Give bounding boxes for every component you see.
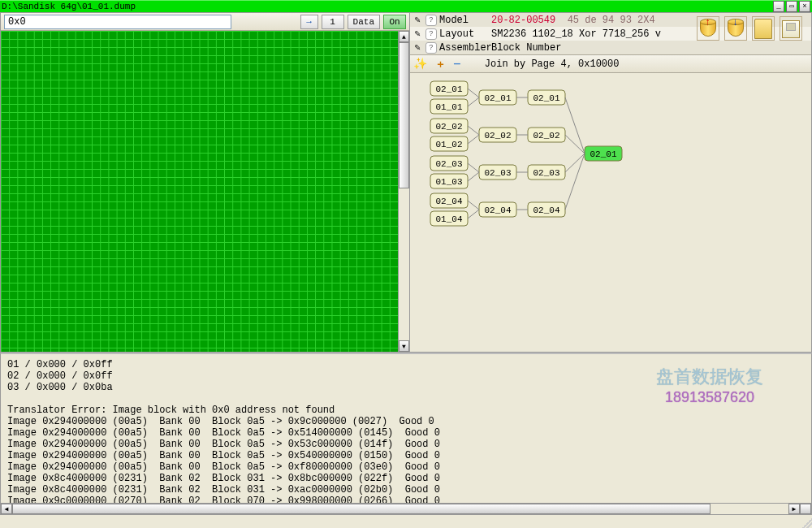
window-resize-handle[interactable] — [802, 518, 812, 528]
data-mode-button[interactable]: Data — [348, 15, 380, 29]
svg-text:02_01: 02_01 — [590, 149, 616, 159]
scroll-down-icon[interactable]: ▼ — [399, 340, 409, 352]
resize-grip[interactable] — [800, 504, 811, 514]
right-panel: ✎ ? Model 20-82-00549 45 de 94 93 2X4 ✎ … — [410, 13, 811, 352]
model-label: Model — [439, 15, 491, 26]
help-icon[interactable]: ? — [425, 42, 437, 54]
svg-text:02_01: 02_01 — [484, 93, 511, 103]
action-icons: ↑ ↓ — [697, 16, 802, 41]
task-label: Join by Page 4, 0x10000 — [485, 58, 620, 70]
h-scroll-thumb[interactable] — [12, 504, 710, 514]
edit-icon[interactable]: ✎ — [412, 15, 423, 26]
log-scrollbar[interactable]: ◀ ▶ — [1, 503, 811, 514]
svg-line-8 — [468, 89, 479, 97]
svg-text:02_03: 02_03 — [484, 168, 511, 178]
edit-icon[interactable]: ✎ — [412, 42, 423, 54]
svg-text:01_03: 01_03 — [435, 177, 462, 187]
block-bitmap — [1, 31, 398, 352]
log-output[interactable]: 01 / 0x000 / 0x0ff 02 / 0x000 / 0x0ff 03… — [1, 354, 811, 503]
svg-text:02_03: 02_03 — [533, 168, 559, 178]
scroll-up-icon[interactable]: ▲ — [399, 31, 409, 42]
svg-line-30 — [468, 163, 479, 172]
join-tree[interactable]: 02_0101_0102_0102_0102_0201_0202_0202_02… — [410, 73, 811, 352]
task-toolbar: ✨ ＋ — Join by Page 4, 0x10000 — [410, 55, 811, 73]
scroll-thumb[interactable] — [399, 42, 409, 188]
open-folder-button[interactable] — [752, 16, 775, 41]
svg-line-9 — [468, 97, 479, 106]
left-panel: → 1 Data On ▲ ▼ — [1, 13, 410, 352]
svg-line-49 — [565, 154, 585, 210]
svg-text:02_02: 02_02 — [435, 122, 462, 132]
svg-text:02_04: 02_04 — [484, 206, 511, 215]
save-button[interactable] — [780, 16, 802, 41]
layout-label: Layout — [439, 28, 491, 40]
svg-text:02_01: 02_01 — [435, 84, 462, 94]
log-panel: 01 / 0x000 / 0x0ff 02 / 0x000 / 0x0ff 03… — [0, 353, 812, 515]
svg-text:02_03: 02_03 — [435, 159, 462, 169]
add-icon[interactable]: ＋ — [435, 57, 446, 71]
count-button[interactable]: 1 — [322, 15, 344, 29]
main-area: → 1 Data On ▲ ▼ ✎ ? Model — [0, 12, 812, 353]
restore-button[interactable]: ▭ — [786, 1, 797, 12]
help-icon[interactable]: ? — [425, 28, 437, 40]
address-input[interactable] — [4, 15, 231, 29]
remove-icon[interactable]: — — [454, 58, 460, 70]
svg-text:01_01: 01_01 — [435, 102, 462, 112]
minimize-button[interactable]: _ — [773, 1, 784, 12]
on-toggle[interactable]: On — [383, 15, 406, 29]
svg-text:02_01: 02_01 — [533, 93, 559, 103]
svg-line-19 — [468, 126, 479, 135]
svg-text:02_02: 02_02 — [533, 131, 559, 141]
scroll-right-icon[interactable]: ▶ — [788, 504, 800, 514]
wand-icon[interactable]: ✨ — [413, 57, 427, 71]
help-icon[interactable]: ? — [425, 15, 437, 26]
edit-icon[interactable]: ✎ — [412, 28, 423, 40]
svg-text:02_04: 02_04 — [435, 197, 462, 206]
svg-text:02_04: 02_04 — [533, 206, 559, 215]
bitmap-viewer[interactable]: ▲ ▼ — [1, 31, 409, 352]
svg-text:01_02: 01_02 — [435, 140, 462, 149]
svg-text:01_04: 01_04 — [435, 214, 462, 224]
window-title: D:\Sandisk 64g\01_01.dump — [2, 2, 771, 11]
scroll-left-icon[interactable]: ◀ — [1, 504, 12, 514]
go-button[interactable]: → — [300, 15, 318, 29]
svg-line-42 — [468, 210, 479, 219]
stack-up-button[interactable]: ↑ — [697, 16, 719, 41]
app-window: D:\Sandisk 64g\01_01.dump _ ▭ × → 1 Data… — [0, 0, 812, 528]
assembler-value: Block Number — [491, 42, 810, 54]
svg-line-31 — [468, 172, 479, 181]
svg-text:02_02: 02_02 — [484, 131, 511, 141]
close-button[interactable]: × — [799, 1, 810, 12]
left-toolbar: → 1 Data On — [1, 13, 409, 31]
bitmap-scrollbar[interactable]: ▲ ▼ — [398, 31, 409, 352]
title-bar[interactable]: D:\Sandisk 64g\01_01.dump _ ▭ × — [0, 0, 812, 12]
svg-line-41 — [468, 201, 479, 210]
assembler-label: Assembler — [439, 42, 491, 54]
svg-line-46 — [565, 97, 585, 154]
stack-down-button[interactable]: ↓ — [724, 16, 747, 41]
svg-line-20 — [468, 135, 479, 144]
